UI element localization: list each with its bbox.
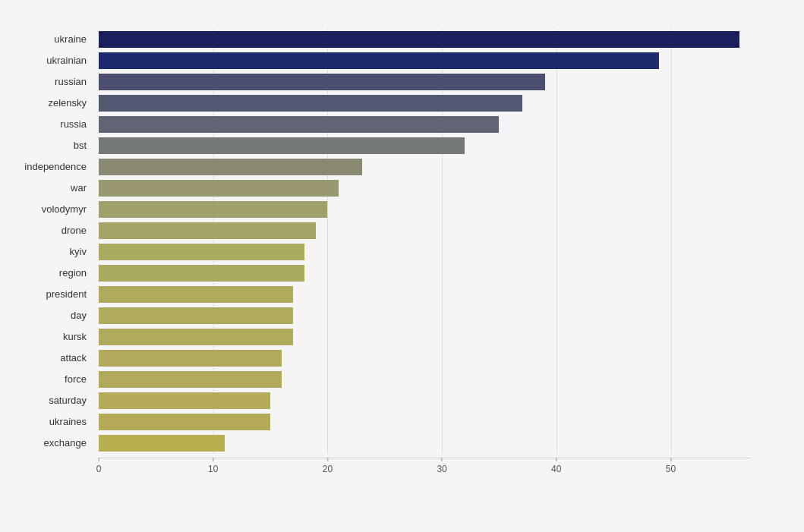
- bar: [99, 392, 270, 409]
- bar-label: russia: [9, 118, 93, 130]
- bars-container: ukraineukrainianrussianzelenskyrussiabst…: [99, 29, 751, 453]
- x-tick: 30: [437, 458, 446, 474]
- chart-container: ukraineukrainianrussianzelenskyrussiabst…: [0, 0, 804, 532]
- bar-label: president: [9, 288, 93, 300]
- bar-row: drone: [99, 220, 751, 241]
- bar-label: zelensky: [9, 97, 93, 109]
- bar: [99, 286, 293, 303]
- bar-row: ukraines: [99, 411, 751, 432]
- bar-row: saturday: [99, 390, 751, 411]
- bar-label: day: [9, 310, 93, 321]
- bar-row: attack: [99, 348, 751, 368]
- bar-row: kyiv: [99, 241, 751, 262]
- bar: [99, 307, 293, 324]
- bar-label: bst: [9, 140, 93, 151]
- bar-label: kursk: [9, 331, 93, 342]
- bar: [99, 329, 293, 345]
- bar-label: volodymyr: [9, 203, 93, 215]
- bar-label: ukrainian: [9, 55, 93, 66]
- bar: [99, 74, 545, 90]
- bar-row: day: [99, 305, 751, 326]
- bar: [99, 435, 225, 452]
- bar-row: russian: [99, 71, 751, 92]
- bar: [99, 222, 316, 239]
- x-tick: 0: [96, 458, 102, 474]
- bar-label: force: [9, 373, 93, 385]
- bar-row: ukrainian: [99, 50, 751, 71]
- bar: [99, 414, 270, 430]
- x-axis-line: [99, 458, 751, 458]
- bar: [99, 31, 739, 48]
- bar-row: region: [99, 263, 751, 283]
- bar: [99, 95, 522, 112]
- bar-row: president: [99, 284, 751, 304]
- bar-label: russian: [9, 76, 93, 87]
- bar-row: kursk: [99, 326, 751, 347]
- x-tick: 20: [323, 458, 333, 474]
- bar: [99, 159, 362, 175]
- x-axis-container: 01020304050: [99, 458, 751, 488]
- bar-label: region: [9, 267, 93, 279]
- bar-label: ukraine: [9, 33, 93, 45]
- bar-row: independence: [99, 156, 751, 177]
- bar: [99, 350, 282, 367]
- bar-label: attack: [9, 352, 93, 364]
- bar: [99, 244, 304, 260]
- bar-row: volodymyr: [99, 199, 751, 219]
- bar-row: force: [99, 369, 751, 389]
- bar: [99, 52, 659, 69]
- bar-label: kyiv: [9, 246, 93, 257]
- x-tick: 40: [551, 458, 561, 474]
- bar-row: zelensky: [99, 93, 751, 113]
- bar: [99, 201, 327, 218]
- bar-row: ukraine: [99, 29, 751, 49]
- x-tick: 50: [666, 458, 676, 474]
- bar: [99, 180, 339, 197]
- bar-label: war: [9, 182, 93, 194]
- bar: [99, 371, 282, 388]
- bar: [99, 116, 499, 133]
- bar-label: drone: [9, 225, 93, 236]
- bar: [99, 265, 304, 282]
- bar: [99, 137, 465, 154]
- bar-row: war: [99, 178, 751, 198]
- bar-row: exchange: [99, 433, 751, 453]
- bar-label: ukraines: [9, 416, 93, 427]
- x-tick: 10: [208, 458, 218, 474]
- bar-label: saturday: [9, 395, 93, 406]
- bar-row: russia: [99, 114, 751, 134]
- bar-label: exchange: [9, 437, 93, 449]
- bar-row: bst: [99, 135, 751, 156]
- bar-label: independence: [9, 161, 93, 172]
